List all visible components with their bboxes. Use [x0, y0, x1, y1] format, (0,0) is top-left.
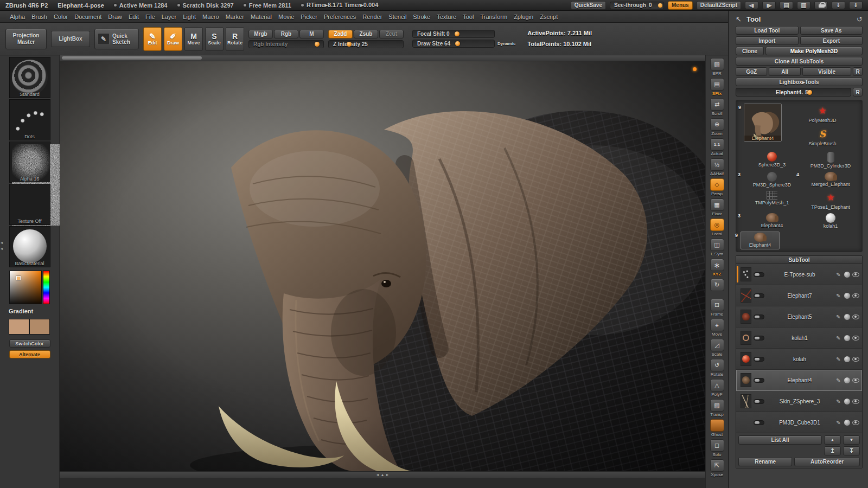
- right-shelf-button[interactable]: Transp: [706, 399, 728, 419]
- active-tool-slider[interactable]: Elephant4. 56: [736, 88, 851, 97]
- rgb-button[interactable]: Rgb: [274, 30, 298, 38]
- texture-selector[interactable]: Texture Off: [9, 184, 50, 225]
- menu-item[interactable]: Tool: [459, 12, 477, 21]
- right-shelf-button[interactable]: Floor: [706, 198, 728, 219]
- see-through-slider[interactable]: See-through 0: [610, 2, 664, 9]
- menu-item[interactable]: Stencil: [385, 12, 410, 21]
- quick-sketch-button[interactable]: Quick Sketch: [94, 29, 139, 49]
- gradient-toggle[interactable]: Gradient: [9, 308, 59, 314]
- scroll-right-icon[interactable]: ▸: [386, 473, 388, 477]
- zsub-button[interactable]: Zsub: [354, 30, 378, 38]
- subtool-row[interactable]: Elephant7: [736, 285, 862, 306]
- menu-item[interactable]: Picker: [297, 12, 321, 21]
- intensity-toggle[interactable]: [754, 272, 764, 277]
- menu-item[interactable]: Zscript: [537, 12, 561, 21]
- visibility-icon[interactable]: [852, 293, 859, 298]
- z-intensity-slider[interactable]: Z Intensity 25: [328, 40, 404, 48]
- zcut-button[interactable]: Zcut: [379, 30, 404, 38]
- slider-handle[interactable]: [315, 42, 320, 47]
- mrgb-button[interactable]: Mrgb: [248, 30, 273, 38]
- subtool-row[interactable]: PM3D_Cube3D1: [736, 412, 862, 433]
- right-shelf-button[interactable]: Actual: [706, 138, 728, 158]
- subtool-down-button[interactable]: [843, 435, 860, 445]
- right-shelf-button[interactable]: Move: [706, 319, 728, 339]
- shelf-scroll-left-icon[interactable]: [745, 1, 758, 9]
- right-shelf-button[interactable]: Frame: [706, 299, 728, 319]
- alternate-button[interactable]: Alternate: [9, 350, 50, 358]
- current-tool-thumbnail[interactable]: 9 Elephant4: [744, 104, 782, 142]
- load-tool-button[interactable]: Load Tool: [736, 26, 799, 35]
- polypaint-toggle-icon[interactable]: [844, 420, 850, 426]
- autoreorder-button[interactable]: AutoReorder: [794, 457, 860, 466]
- right-shelf-button[interactable]: Local: [706, 219, 728, 239]
- sculpt-toggle-icon[interactable]: [835, 335, 842, 342]
- slider-handle[interactable]: [455, 31, 459, 36]
- export-button[interactable]: Export: [800, 36, 863, 45]
- lightbox-button[interactable]: LightBox: [51, 31, 90, 47]
- tool-thumbnail[interactable]: 3 PM3D_Sphere3D: [744, 171, 800, 189]
- tool-thumbnail[interactable]: Sphere3D_3: [744, 151, 800, 170]
- menu-item[interactable]: Color: [50, 12, 71, 21]
- visibility-icon[interactable]: [852, 378, 859, 383]
- slider-handle[interactable]: [658, 3, 662, 8]
- visibility-icon[interactable]: [852, 357, 859, 362]
- visibility-icon[interactable]: [852, 336, 859, 341]
- focal-shift-slider[interactable]: Focal Shift 0: [412, 30, 495, 38]
- color-cursor[interactable]: [16, 276, 21, 280]
- lightbox-tools-button[interactable]: Lightbox▸Tools: [736, 78, 863, 86]
- subtool-up-button[interactable]: [824, 435, 841, 445]
- sculpt-toggle-icon[interactable]: [835, 313, 842, 320]
- tool-thumbnail[interactable]: SimpleBrush: [808, 127, 836, 147]
- transform-mode-button[interactable]: ✎ Edit: [143, 27, 162, 51]
- menu-item[interactable]: Edit: [125, 12, 142, 21]
- stroke-selector[interactable]: Dots: [9, 99, 50, 140]
- slider-handle[interactable]: [455, 41, 460, 46]
- tray-collapse-handle[interactable]: ◂◂: [1, 241, 3, 251]
- menus-button[interactable]: Menus: [668, 1, 693, 10]
- rename-button[interactable]: Rename: [738, 457, 792, 466]
- menu-item[interactable]: Document: [71, 12, 105, 21]
- polypaint-toggle-icon[interactable]: [844, 399, 850, 404]
- polypaint-toggle-icon[interactable]: [844, 356, 850, 362]
- goz-visible-button[interactable]: Visible: [802, 67, 851, 76]
- intensity-toggle[interactable]: [754, 378, 764, 383]
- menu-item[interactable]: Zplugin: [510, 12, 537, 21]
- right-shelf-button[interactable]: PolyF: [706, 379, 728, 399]
- document-copy-icon[interactable]: [780, 1, 793, 9]
- brush-selector[interactable]: Standard: [9, 57, 50, 98]
- move-to-top-button[interactable]: [824, 446, 841, 455]
- subtool-row[interactable]: E-Tpose-sub: [736, 264, 862, 285]
- menu-item[interactable]: Stroke: [410, 12, 433, 21]
- tool-r-button[interactable]: R: [853, 88, 863, 97]
- slider-handle[interactable]: [347, 42, 352, 47]
- right-shelf-button[interactable]: Scale: [706, 339, 728, 359]
- list-all-button[interactable]: List All: [738, 435, 822, 445]
- menu-item[interactable]: Brush: [28, 12, 50, 21]
- right-shelf-button[interactable]: Rotate: [706, 359, 728, 379]
- menu-item[interactable]: Light: [180, 12, 199, 21]
- right-shelf-button[interactable]: SPix: [706, 78, 728, 98]
- intensity-toggle[interactable]: [754, 399, 764, 404]
- polypaint-toggle-icon[interactable]: [844, 272, 850, 278]
- menu-item[interactable]: File: [142, 12, 158, 21]
- hue-bar[interactable]: [43, 271, 50, 304]
- material-selector[interactable]: BasicMaterial: [9, 226, 50, 267]
- menu-item[interactable]: Material: [247, 12, 275, 21]
- canvas-bottom-bar[interactable]: ◂ ▴ ▸: [60, 471, 705, 478]
- switch-color-button[interactable]: SwitchColor: [9, 339, 50, 348]
- visibility-icon[interactable]: [852, 272, 859, 277]
- sculpt-viewport[interactable]: [60, 61, 705, 471]
- intensity-toggle[interactable]: [754, 293, 764, 298]
- scroll-up-icon[interactable]: ▴: [381, 473, 384, 477]
- polypaint-toggle-icon[interactable]: [844, 377, 850, 383]
- tool-thumbnail[interactable]: TMPolyMesh_1: [744, 190, 800, 211]
- scroll-left-icon[interactable]: ◂: [376, 473, 379, 477]
- make-polymesh3d-button[interactable]: Make PolyMesh3D: [765, 47, 863, 55]
- sculpt-canvas[interactable]: [60, 61, 705, 471]
- sculpt-toggle-icon[interactable]: [835, 419, 842, 426]
- visibility-icon[interactable]: [852, 314, 859, 319]
- polypaint-toggle-icon[interactable]: [844, 335, 850, 341]
- alpha-selector[interactable]: Alpha 16: [9, 142, 50, 183]
- menu-item[interactable]: Macro: [199, 12, 222, 21]
- main-color-swatch[interactable]: [9, 319, 29, 335]
